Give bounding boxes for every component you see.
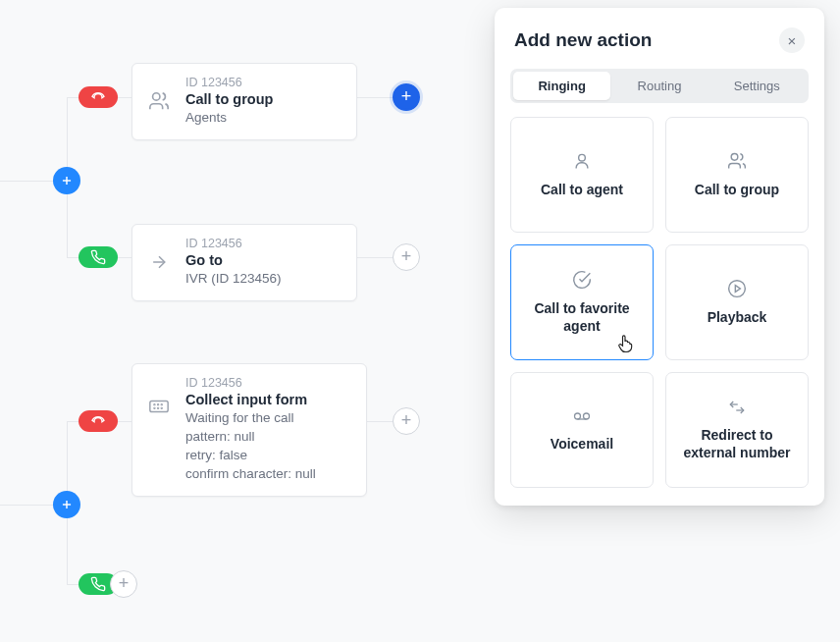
tab-routing[interactable]: Routing [610, 72, 708, 100]
action-grid: Call to agent Call to group Call to favo… [510, 117, 809, 488]
action-playback[interactable]: Playback [665, 244, 809, 360]
redirect-icon [726, 399, 748, 416]
action-label: Call to agent [541, 181, 623, 198]
node-id: ID 123456 [185, 76, 342, 89]
add-branch-button[interactable] [53, 491, 80, 518]
call-end-branch-pill[interactable] [79, 410, 118, 432]
add-step-button[interactable]: + [110, 570, 137, 598]
flow-node-collect-input[interactable]: ID 123456 Collect input form Waiting for… [131, 363, 367, 497]
users-icon [726, 151, 748, 171]
call-answer-branch-pill[interactable] [79, 246, 118, 268]
action-call-to-group[interactable]: Call to group [665, 117, 809, 233]
action-category-tabs: Ringing Routing Settings [510, 69, 809, 103]
node-title: Go to [185, 252, 342, 268]
action-voicemail[interactable]: Voicemail [510, 372, 654, 488]
action-call-to-agent[interactable]: Call to agent [510, 117, 654, 233]
close-button[interactable]: × [779, 27, 805, 53]
add-branch-button[interactable] [53, 167, 80, 194]
svg-point-11 [158, 407, 159, 408]
flow-canvas: ID 123456 Call to group Agents + ID 1234… [0, 39, 500, 642]
arrow-right-icon [144, 247, 174, 277]
node-detail-line: pattern: null [185, 428, 352, 447]
svg-point-9 [161, 404, 162, 405]
action-label: Call to favorite agent [521, 299, 643, 335]
add-step-button-active[interactable]: + [393, 83, 420, 111]
node-id: ID 123456 [185, 237, 342, 250]
action-label: Call to group [695, 181, 779, 198]
node-detail-line: Waiting for the call [185, 409, 352, 428]
svg-point-18 [584, 413, 590, 419]
flow-node-go-to[interactable]: ID 123456 Go to IVR (ID 123456) [131, 224, 357, 301]
voicemail-icon [569, 407, 595, 425]
users-icon [144, 86, 174, 116]
svg-point-8 [158, 404, 159, 405]
svg-marker-16 [735, 286, 740, 293]
add-step-button[interactable]: + [393, 407, 420, 435]
svg-point-13 [579, 154, 586, 161]
node-detail-line: retry: false [185, 447, 352, 465]
svg-point-14 [731, 153, 738, 160]
svg-point-7 [154, 404, 155, 405]
action-label: Redirect to external number [676, 426, 798, 461]
node-detail-line: confirm character: null [185, 465, 352, 484]
call-end-branch-pill[interactable] [79, 86, 118, 108]
action-label: Playback [708, 308, 767, 326]
svg-point-2 [153, 93, 160, 100]
action-label: Voicemail [551, 435, 613, 453]
flow-node-call-to-group[interactable]: ID 123456 Call to group Agents [131, 63, 357, 140]
node-subtitle: IVR (ID 123456) [185, 270, 342, 289]
svg-point-15 [729, 281, 746, 297]
svg-rect-6 [150, 401, 168, 412]
action-redirect-external[interactable]: Redirect to external number [665, 372, 809, 488]
tab-ringing[interactable]: Ringing [513, 72, 610, 100]
svg-point-12 [161, 407, 162, 408]
svg-point-10 [154, 407, 155, 408]
close-icon: × [788, 32, 797, 49]
cursor-pointer-icon [615, 332, 635, 353]
svg-point-17 [575, 413, 581, 419]
node-title: Collect input form [185, 392, 352, 407]
node-subtitle: Agents [185, 109, 342, 128]
node-title: Call to group [185, 91, 342, 107]
tab-settings[interactable]: Settings [709, 72, 806, 100]
node-id: ID 123456 [185, 376, 352, 390]
action-call-favorite-agent[interactable]: Call to favorite agent [510, 244, 654, 360]
user-icon [572, 151, 592, 171]
keyboard-icon [144, 392, 174, 421]
check-circle-icon [572, 270, 592, 290]
add-step-button[interactable]: + [393, 243, 420, 271]
play-circle-icon [727, 279, 747, 298]
panel-title: Add new action [514, 29, 652, 51]
add-action-panel: Add new action × Ringing Routing Setting… [495, 8, 824, 506]
